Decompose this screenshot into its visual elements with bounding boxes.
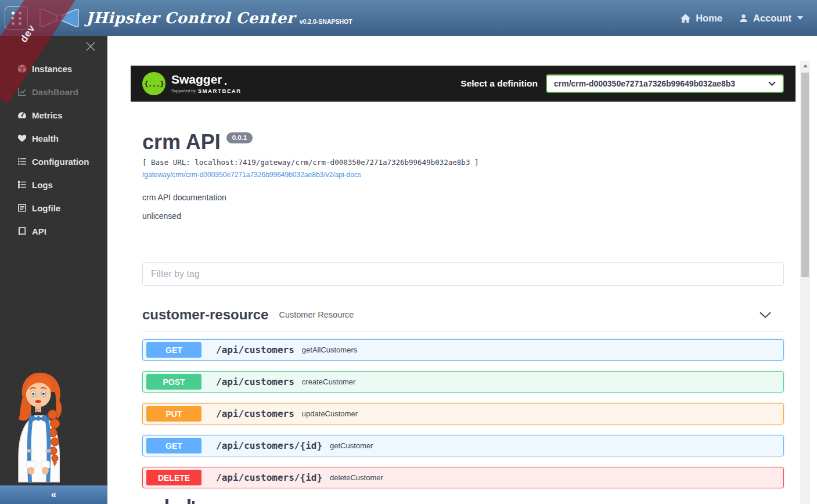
home-icon [680, 13, 691, 23]
next-section-clipped-heading [142, 499, 784, 504]
method-badge: GET [146, 342, 201, 358]
operation-path: /api/customers/{id} [216, 472, 322, 483]
jhipster-mascot [2, 366, 83, 485]
tag-description: Customer Resource [279, 310, 354, 319]
nav-account[interactable]: Account [739, 13, 803, 24]
select-chevron-icon [768, 81, 776, 86]
grid-icon [12, 12, 21, 25]
list-icon [17, 157, 27, 166]
swagger-panel: {...} Swagger Supported by SMARTBEAR Sel… [131, 66, 796, 504]
operation-row-get[interactable]: GET/api/customers/{id}getCustomer [142, 435, 784, 456]
smartbear-brand: SMARTBEAR [198, 88, 242, 94]
close-icon [85, 41, 96, 52]
apps-grid-button[interactable] [5, 6, 28, 30]
definition-select[interactable]: crm/crm-d000350e7271a7326b99649b032ae8b3 [546, 74, 784, 93]
method-badge: GET [146, 438, 201, 453]
tasks-icon [17, 180, 27, 189]
definition-selected-value: crm/crm-d000350e7271a7326b99649b032ae8b3 [554, 79, 735, 88]
nav-home[interactable]: Home [680, 13, 722, 24]
user-icon [739, 13, 748, 23]
book-icon [17, 226, 27, 236]
brand[interactable]: JHipster Control Center v0.2.0-SNAPSHOT [37, 6, 352, 30]
scrollbar-up-arrow[interactable] [800, 61, 810, 71]
sidebar-item-label: Health [32, 134, 59, 143]
operation-path: /api/customers/{id} [216, 440, 322, 451]
sidebar-collapse-button[interactable]: « [0, 485, 107, 504]
sidebar-item-label: Instances [32, 64, 72, 74]
method-badge: DELETE [146, 470, 201, 485]
operation-path: /api/customers [216, 408, 294, 419]
sidebar-item-api[interactable]: API [17, 219, 105, 243]
sidebar-item-label: Logs [32, 180, 53, 190]
arrow-up-icon [803, 64, 808, 67]
definition-select-group: Select a definition crm/crm-d000350e7271… [460, 74, 784, 93]
jhipster-bowtie-logo [37, 6, 81, 30]
filter-input[interactable] [142, 262, 784, 286]
cubes-icon [17, 64, 27, 73]
api-version-badge: 0.0.1 [226, 132, 253, 143]
swagger-logo-icon: {...} [142, 72, 165, 95]
sidebar-item-instances[interactable]: Instances [17, 57, 105, 80]
sidebar-item-logfile[interactable]: Logfile [17, 196, 105, 219]
sidebar-item-label: API [32, 226, 46, 236]
sidebar-item-health[interactable]: Health [17, 127, 105, 150]
api-title: crm API 0.0.1 [142, 131, 784, 154]
api-base-url: [ Base URL: localhost:7419/gateway/crm/c… [142, 158, 784, 167]
api-description: crm API documentation [142, 193, 784, 202]
swagger-topbar: {...} Swagger Supported by SMARTBEAR Sel… [131, 66, 796, 102]
tag-section-header[interactable]: customer-resource Customer Resource [142, 307, 784, 332]
sidebar: InstancesDashBoardMetricsHealthConfigura… [0, 36, 107, 504]
tag-collapse-chevron-icon[interactable] [760, 312, 771, 318]
operation-summary: getCustomer [330, 441, 373, 450]
app-window: JHipster Control Center v0.2.0-SNAPSHOT … [0, 0, 817, 504]
operation-row-get[interactable]: GET/api/customersgetAllCustomers [142, 339, 784, 361]
swagger-logo-text: Swagger [171, 73, 222, 86]
sidebar-item-logs[interactable]: Logs [17, 173, 105, 196]
operation-path: /api/customers [216, 344, 294, 355]
sidebar-item-metrics[interactable]: Metrics [17, 103, 105, 127]
nav-home-label: Home [696, 13, 722, 24]
app-version: v0.2.0-SNAPSHOT [300, 18, 352, 25]
top-navbar: JHipster Control Center v0.2.0-SNAPSHOT … [0, 0, 817, 36]
operation-summary: updateCustomer [302, 409, 358, 418]
sidebar-close-button[interactable] [85, 41, 96, 52]
scrollbar-thumb[interactable] [801, 73, 809, 277]
tachometer-icon [17, 110, 27, 120]
chevron-down-icon [797, 16, 803, 20]
sidebar-item-label: DashBoard [32, 87, 78, 97]
operation-summary: deleteCustomer [330, 473, 383, 482]
tag-name: customer-resource [142, 307, 268, 323]
operation-summary: createCustomer [302, 377, 355, 386]
sidebar-item-configuration[interactable]: Configuration [17, 150, 105, 173]
method-badge: POST [146, 374, 201, 390]
api-docs-link[interactable]: /gateway/crm/crm-d000350e7271a7326b99649… [142, 171, 361, 179]
main-scrollbar[interactable] [800, 61, 810, 504]
app-title: JHipster Control Center [86, 9, 295, 27]
sidebar-item-label: Metrics [32, 110, 63, 120]
chart-line-icon [17, 87, 27, 96]
swagger-logo: {...} Swagger Supported by SMARTBEAR [142, 72, 242, 95]
definition-select-label: Select a definition [460, 78, 538, 89]
api-info: crm API 0.0.1 [ Base URL: localhost:7419… [131, 131, 796, 221]
operation-row-put[interactable]: PUT/api/customersupdateCustomer [142, 403, 784, 424]
sidebar-menu: InstancesDashBoardMetricsHealthConfigura… [17, 57, 105, 243]
logfile-icon [17, 203, 27, 213]
sidebar-item-label: Configuration [32, 157, 89, 167]
main-content: {...} Swagger Supported by SMARTBEAR Sel… [107, 36, 817, 504]
heart-icon [17, 134, 27, 143]
nav-account-label: Account [753, 13, 791, 24]
operation-summary: getAllCustomers [302, 345, 357, 354]
collapse-chevrons: « [51, 489, 56, 501]
swagger-logo-subtext: Supported by SMARTBEAR [171, 88, 242, 94]
operations-list: GET/api/customersgetAllCustomersPOST/api… [142, 339, 784, 488]
navbar-menu: Home Account [680, 13, 803, 24]
operation-row-delete[interactable]: DELETE/api/customers/{id}deleteCustomer [142, 467, 784, 488]
sidebar-item-dashboard: DashBoard [17, 80, 105, 103]
operation-path: /api/customers [216, 376, 294, 387]
filter-section [131, 262, 796, 286]
operation-row-post[interactable]: POST/api/customerscreateCustomer [142, 371, 784, 393]
api-license: unlicensed [142, 211, 784, 221]
sidebar-item-label: Logfile [32, 203, 60, 213]
method-badge: PUT [146, 406, 201, 422]
